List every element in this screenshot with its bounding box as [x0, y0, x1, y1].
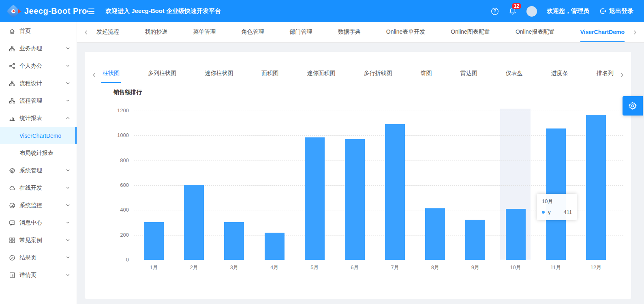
sidebar-item-statistics[interactable]: 统计报表: [0, 109, 77, 127]
tab-online-report[interactable]: Online报表配置: [516, 22, 554, 42]
tab-data-dict[interactable]: 数据字典: [338, 22, 361, 42]
sidebar-item-business[interactable]: 业务办理: [0, 40, 77, 57]
chart-tooltip: 10月 y 411: [537, 194, 577, 220]
x-axis-tick-label: 2月: [174, 264, 214, 271]
x-axis-tick-label: 6月: [335, 264, 375, 271]
chart-tab-multi-line[interactable]: 多行折线图: [362, 64, 393, 83]
sidebar-item-label: 布局统计报表: [19, 150, 70, 157]
chart-card: 柱状图 多列柱状图 迷你柱状图 面积图 迷你面积图 多行折线图 饼图 雷达图 仪…: [85, 52, 631, 299]
tab-my-cc[interactable]: 我的抄送: [145, 22, 167, 42]
x-axis-tick-label: 4月: [255, 264, 295, 271]
sidebar-item-system-monitor[interactable]: 系统监控: [0, 197, 77, 214]
tab-viserchartdemo[interactable]: ViserChartDemo: [580, 22, 625, 42]
chart-tab-area[interactable]: 面积图: [260, 64, 280, 83]
welcome-text: 欢迎进入 Jeecg-Boot 企业级快速开发平台: [105, 7, 221, 15]
bar-12月[interactable]: [586, 115, 606, 260]
sidebar-item-label: 业务办理: [19, 45, 62, 52]
tab-dept-manage[interactable]: 部门管理: [290, 22, 312, 42]
chart-tab-multi-column[interactable]: 多列柱状图: [147, 64, 178, 83]
avatar[interactable]: [526, 6, 537, 17]
chart-title: 销售额排行: [113, 89, 631, 96]
tab-online-form[interactable]: Online表单开发: [386, 22, 425, 42]
tab-start-process[interactable]: 发起流程: [96, 22, 119, 42]
sidebar-item-common-cases[interactable]: 常见案例: [0, 231, 77, 249]
sidebar-item-message-center[interactable]: 消息中心: [0, 214, 77, 231]
sidebar-item-online-dev[interactable]: 在线开发: [0, 179, 77, 197]
help-icon[interactable]: [491, 7, 499, 15]
tab-menu-manage[interactable]: 菜单管理: [193, 22, 216, 42]
bar-10月[interactable]: [506, 209, 526, 260]
cloud-icon: [9, 185, 15, 191]
chart-tab-mini-area[interactable]: 迷你面积图: [306, 64, 336, 83]
bar-7月[interactable]: [385, 124, 405, 260]
tab-role-manage[interactable]: 角色管理: [241, 22, 264, 42]
bar-chart: 10月 y 411 1月2月3月4月5月6月7月8月9月10月11月12月 02…: [85, 111, 624, 273]
sidebar-item-personal-office[interactable]: 个人办公: [0, 57, 77, 75]
bar-3月[interactable]: [224, 222, 244, 260]
sidebar-item-label: 在线开发: [19, 184, 62, 192]
chart-tab-progress[interactable]: 进度条: [550, 64, 569, 83]
chart-tab-radar[interactable]: 雷达图: [459, 64, 479, 83]
sidebar-item-label: 详情页: [19, 272, 62, 279]
header-right: 12 欢迎您，管理员 退出登录: [491, 6, 644, 17]
chevron-up-icon: [66, 116, 70, 120]
y-axis-tick-label: 1000: [85, 132, 129, 138]
chart-tab-pie[interactable]: 饼图: [419, 64, 433, 83]
tab-scroll-right-icon[interactable]: [630, 22, 640, 42]
x-axis-tick-label: 7月: [375, 264, 415, 271]
chart-tab-mini-bar[interactable]: 迷你柱状图: [203, 64, 234, 83]
notification-bell-icon[interactable]: 12: [509, 7, 517, 15]
logo-diamond-icon: [6, 4, 20, 18]
blocks-icon: [9, 237, 15, 244]
top-header: Jeecg-Boot Pro 欢迎进入 Jeecg-Boot 企业级快速开发平台: [0, 0, 644, 22]
sidebar-item-process-design[interactable]: 流程设计: [0, 75, 77, 92]
user-greeting[interactable]: 欢迎您，管理员: [547, 7, 589, 15]
sidebar-item-viserchartdemo[interactable]: ViserChartDemo: [0, 127, 77, 144]
bar-5月[interactable]: [305, 137, 325, 260]
chart-tab-ranking[interactable]: 排名列: [595, 64, 615, 83]
sidebar-item-label: 常见案例: [19, 237, 62, 244]
sidebar-item-result-page[interactable]: 结果页: [0, 249, 77, 266]
menu-fold-icon[interactable]: [86, 7, 95, 15]
bar-9月[interactable]: [465, 220, 485, 260]
bar-2月[interactable]: [184, 185, 204, 260]
check-circle-icon: [9, 255, 15, 261]
content-area: 柱状图 多列柱状图 迷你柱状图 面积图 迷你面积图 多行折线图 饼图 雷达图 仪…: [77, 43, 644, 304]
chevron-down-icon: [66, 98, 70, 103]
sidebar-item-system-manage[interactable]: 系统管理: [0, 162, 77, 179]
share-icon: [9, 63, 15, 69]
apartment-icon: [9, 45, 15, 52]
bar-6月[interactable]: [345, 139, 365, 260]
tab-scroll-left-icon[interactable]: [81, 22, 91, 42]
y-gridline: [134, 111, 623, 111]
chevron-down-icon: [66, 168, 70, 173]
gear-icon: [628, 101, 637, 110]
chart-tabs-scroll-left-icon[interactable]: [91, 67, 97, 83]
chevron-down-icon: [66, 64, 70, 68]
chevron-down-icon: [66, 221, 70, 225]
logo[interactable]: Jeecg-Boot Pro: [0, 4, 77, 18]
y-axis-tick-label: 800: [85, 157, 129, 163]
x-axis-tick-label: 9月: [455, 264, 495, 271]
x-axis-tick-label: 3月: [214, 264, 254, 271]
bar-4月[interactable]: [265, 233, 285, 260]
sidebar-item-home[interactable]: 首页: [0, 22, 77, 40]
chart-tab-gauge[interactable]: 仪表盘: [505, 64, 524, 83]
sidebar-item-detail-page[interactable]: 详情页: [0, 266, 77, 284]
logout-icon: [599, 7, 607, 15]
bar-chart-icon: [9, 115, 15, 122]
theme-settings-button[interactable]: [623, 96, 643, 116]
tab-online-chart[interactable]: Online图表配置: [451, 22, 490, 42]
y-axis-tick-label: 200: [85, 232, 129, 238]
chart-tab-bar[interactable]: 柱状图: [101, 64, 121, 83]
bar-8月[interactable]: [425, 208, 445, 260]
bar-1月[interactable]: [144, 222, 164, 260]
chart-tabs-scroll-right-icon[interactable]: [619, 67, 625, 83]
apartment-icon: [9, 98, 15, 104]
chart-type-tabs: 柱状图 多列柱状图 迷你柱状图 面积图 迷你面积图 多行折线图 饼图 雷达图 仪…: [85, 52, 631, 83]
sidebar-item-process-manage[interactable]: 流程管理: [0, 92, 77, 109]
sidebar-item-layout-statistics[interactable]: 布局统计报表: [0, 144, 77, 162]
logout-button[interactable]: 退出登录: [599, 7, 633, 15]
apartment-icon: [9, 80, 15, 87]
notification-badge: 12: [512, 3, 521, 9]
